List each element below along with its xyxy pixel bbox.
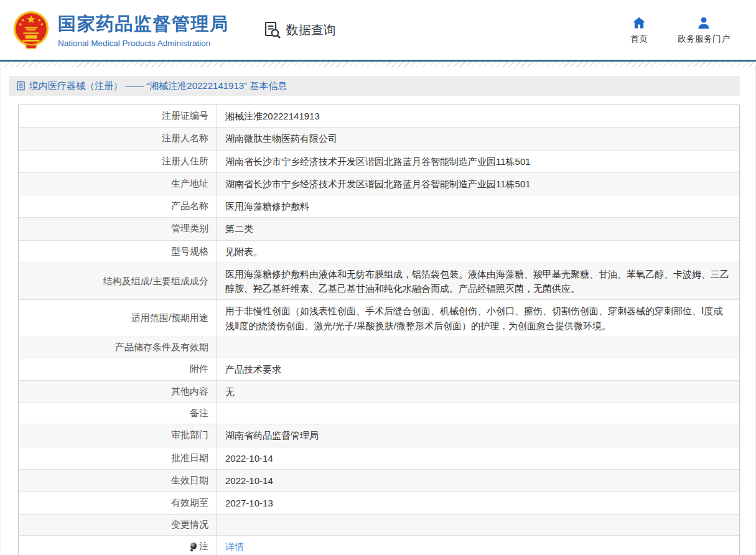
row-label-text: 其他内容 <box>171 386 208 398</box>
table-row: 注册人住所湖南省长沙市宁乡经济技术开发区谐园北路蓝月谷智能制造产业园11栋501 <box>19 151 739 173</box>
row-label-text: 结构及组成/主要组成成分 <box>103 276 208 287</box>
row-value: 湖南省药品监督管理局 <box>217 424 739 446</box>
table-row: 产品储存条件及有效期 <box>19 337 739 358</box>
row-value: 湖南微肽生物医药有限公司 <box>217 128 739 149</box>
national-emblem-logo <box>12 10 50 50</box>
site-header: 国家药品监督管理局 National Medical Products Admi… <box>0 0 756 60</box>
row-value: 产品技术要求 <box>217 358 739 380</box>
org-name-en: National Medical Products Administration <box>58 39 229 48</box>
row-label: 适用范围/预期用途 <box>19 300 217 337</box>
note-bulb-icon <box>190 543 197 551</box>
row-label: 产品储存条件及有效期 <box>19 337 217 358</box>
data-query-tab[interactable]: 数据查询 <box>263 21 336 39</box>
row-label-text: 注 <box>199 541 208 553</box>
brand: 国家药品监督管理局 National Medical Products Admi… <box>12 10 229 50</box>
row-label-text: 生效日期 <box>171 475 208 487</box>
row-label: 审批部门 <box>19 424 217 446</box>
row-label: 其他内容 <box>19 381 217 403</box>
row-label: 变更情况 <box>19 515 217 535</box>
table-row: 生效日期2022-10-14 <box>19 470 739 492</box>
table-row: 变更情况 <box>19 515 739 536</box>
table-row: 有效期至2027-10-13 <box>19 492 739 515</box>
row-label: 有效期至 <box>19 492 217 514</box>
table-row: 附件产品技术要求 <box>19 358 739 381</box>
table-row: 适用范围/预期用途用于非慢性创面（如浅表性创面、手术后缝合创面、机械创伤、小创口… <box>19 300 739 337</box>
info-table: 注册证编号湘械注准20222141913注册人名称湖南微肽生物医药有限公司注册人… <box>18 105 740 555</box>
table-row: 备注 <box>19 403 739 424</box>
row-value: 湖南省长沙市宁乡经济技术开发区谐园北路蓝月谷智能制造产业园11栋501 <box>217 173 739 195</box>
row-label-text: 变更情况 <box>171 519 208 531</box>
row-label-text: 注册人名称 <box>162 133 208 144</box>
row-label: 注册人名称 <box>19 128 217 149</box>
row-label-text: 附件 <box>190 363 208 375</box>
row-label-text: 备注 <box>190 408 208 419</box>
home-icon <box>632 16 646 30</box>
nav-item-portal[interactable]: 政务服务门户 <box>678 16 730 45</box>
row-label: 备注 <box>19 403 217 424</box>
user-icon <box>696 16 711 30</box>
row-value: 无 <box>217 381 739 403</box>
top-nav: 首页 政务服务门户 <box>630 16 730 45</box>
row-label-text: 注册人住所 <box>162 156 208 167</box>
table-row: 其他内容无 <box>19 381 739 403</box>
data-query-label: 数据查询 <box>286 22 336 39</box>
row-label-text: 产品名称 <box>171 200 208 212</box>
table-row: 审批部门湖南省药品监督管理局 <box>19 424 739 447</box>
doc-search-icon <box>263 21 282 39</box>
document-icon <box>16 81 26 91</box>
row-value: 湖南省长沙市宁乡经济技术开发区谐园北路蓝月谷智能制造产业园11栋501 <box>217 151 739 172</box>
nav-label-home: 首页 <box>630 34 648 45</box>
org-name-cn: 国家药品监督管理局 <box>58 12 229 37</box>
row-value: 医用海藻糖修护敷料 <box>217 195 739 217</box>
row-value <box>217 515 739 535</box>
brand-text: 国家药品监督管理局 National Medical Products Admi… <box>58 12 229 48</box>
table-row: 管理类别第二类 <box>19 218 739 240</box>
row-value: 见附表。 <box>217 241 739 263</box>
row-value: 2022-10-14 <box>217 470 739 492</box>
row-value: 用于非慢性创面（如浅表性创面、手术后缝合创面、机械创伤、小创口、擦伤、切割伤创面… <box>217 300 739 337</box>
table-row: 注详情 <box>19 536 739 555</box>
row-label: 批准日期 <box>19 447 217 469</box>
row-label: 附件 <box>19 358 217 380</box>
nav-label-portal: 政务服务门户 <box>678 34 730 45</box>
row-label-text: 管理类别 <box>171 223 208 235</box>
row-label: 注册人住所 <box>19 151 217 172</box>
row-label-text: 审批部门 <box>171 429 208 441</box>
row-label-text: 产品储存条件及有效期 <box>115 342 208 353</box>
table-row: 批准日期2022-10-14 <box>19 447 739 470</box>
row-label-text: 生产地址 <box>171 178 208 190</box>
row-label: 管理类别 <box>19 218 217 240</box>
page-title: 境内医疗器械（注册） —— “湘械注准20222141913” 基本信息 <box>29 80 287 92</box>
table-row: 结构及组成/主要组成成分医用海藻糖修护敷料由液体和无纺布膜组成，铝箔袋包装。液体… <box>19 263 739 301</box>
row-label-text: 注册证编号 <box>162 110 208 122</box>
row-value: 医用海藻糖修护敷料由液体和无纺布膜组成，铝箔袋包装。液体由海藻糖、羧甲基壳聚糖、… <box>217 263 739 300</box>
row-value: 2022-10-14 <box>217 447 739 469</box>
row-label: 型号规格 <box>19 241 217 263</box>
row-label: 生产地址 <box>19 173 217 195</box>
row-value: 详情 <box>217 536 739 555</box>
row-label-text: 适用范围/预期用途 <box>131 312 208 324</box>
detail-link[interactable]: 详情 <box>225 539 244 554</box>
page-title-bar: 境内医疗器械（注册） —— “湘械注准20222141913” 基本信息 <box>9 76 740 96</box>
row-label-text: 有效期至 <box>171 497 208 509</box>
table-row: 产品名称医用海藻糖修护敷料 <box>19 195 739 218</box>
row-value: 湘械注准20222141913 <box>217 105 739 127</box>
row-label: 生效日期 <box>19 470 217 492</box>
content-area: 境内医疗器械（注册） —— “湘械注准20222141913” 基本信息 注册证… <box>0 67 756 555</box>
row-label-text: 批准日期 <box>171 452 208 464</box>
row-value: 第二类 <box>217 218 739 240</box>
row-value <box>217 403 739 424</box>
nav-item-home[interactable]: 首页 <box>630 16 648 45</box>
row-label: 产品名称 <box>19 195 217 217</box>
table-row: 生产地址湖南省长沙市宁乡经济技术开发区谐园北路蓝月谷智能制造产业园11栋501 <box>19 173 739 195</box>
row-label-text: 型号规格 <box>171 246 208 258</box>
row-label: 注册证编号 <box>19 105 217 127</box>
row-value <box>217 337 739 358</box>
table-row: 注册人名称湖南微肽生物医药有限公司 <box>19 128 739 150</box>
row-label: 注 <box>19 536 217 555</box>
table-row: 型号规格见附表。 <box>19 241 739 263</box>
stripe-band <box>0 62 756 67</box>
table-row: 注册证编号湘械注准20222141913 <box>19 105 739 128</box>
row-value: 2027-10-13 <box>217 492 739 514</box>
row-label: 结构及组成/主要组成成分 <box>19 263 217 300</box>
